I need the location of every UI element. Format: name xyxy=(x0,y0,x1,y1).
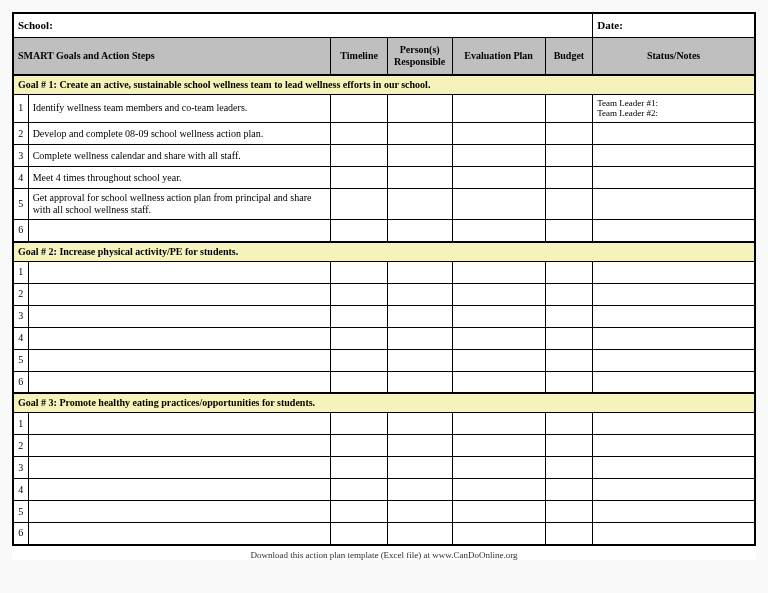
cell-budget xyxy=(545,327,593,349)
step-row: 6 xyxy=(13,523,755,545)
cell-notes xyxy=(593,501,755,523)
cell-eval xyxy=(452,523,545,545)
cell-notes xyxy=(593,145,755,167)
step-text xyxy=(28,435,331,457)
goal-row: Goal # 3: Promote healthy eating practic… xyxy=(13,393,755,413)
step-row: 3 xyxy=(13,457,755,479)
cell-budget xyxy=(545,220,593,242)
cell-persons xyxy=(387,435,452,457)
step-text xyxy=(28,501,331,523)
cell-eval xyxy=(452,413,545,435)
step-number: 3 xyxy=(13,457,28,479)
step-text xyxy=(28,457,331,479)
cell-budget xyxy=(545,305,593,327)
cell-notes xyxy=(593,479,755,501)
cell-eval xyxy=(452,305,545,327)
cell-persons xyxy=(387,220,452,242)
step-number: 6 xyxy=(13,220,28,242)
cell-timeline xyxy=(331,371,387,393)
cell-timeline xyxy=(331,94,387,123)
cell-timeline xyxy=(331,413,387,435)
step-row: 5 xyxy=(13,349,755,371)
cell-eval xyxy=(452,123,545,145)
step-text: Complete wellness calendar and share wit… xyxy=(28,145,331,167)
cell-persons xyxy=(387,457,452,479)
step-number: 3 xyxy=(13,145,28,167)
step-text: Meet 4 times throughout school year. xyxy=(28,167,331,189)
step-text xyxy=(28,327,331,349)
cell-eval xyxy=(452,349,545,371)
step-number: 1 xyxy=(13,94,28,123)
step-text: Develop and complete 08-09 school wellne… xyxy=(28,123,331,145)
cell-notes xyxy=(593,123,755,145)
step-row: 4 xyxy=(13,327,755,349)
cell-timeline xyxy=(331,501,387,523)
cell-budget xyxy=(545,283,593,305)
step-text xyxy=(28,220,331,242)
cell-budget xyxy=(545,435,593,457)
step-number: 4 xyxy=(13,327,28,349)
cell-persons xyxy=(387,189,452,220)
step-row: 2 xyxy=(13,283,755,305)
cell-persons xyxy=(387,523,452,545)
step-text xyxy=(28,523,331,545)
cell-notes xyxy=(593,189,755,220)
header-row: SMART Goals and Action Steps Timeline Pe… xyxy=(13,37,755,75)
cell-persons xyxy=(387,327,452,349)
step-text xyxy=(28,371,331,393)
step-text xyxy=(28,349,331,371)
step-text xyxy=(28,261,331,283)
top-row: School: Date: xyxy=(13,13,755,37)
cell-notes xyxy=(593,435,755,457)
cell-budget xyxy=(545,413,593,435)
cell-budget xyxy=(545,501,593,523)
cell-eval xyxy=(452,479,545,501)
step-number: 4 xyxy=(13,167,28,189)
step-text: Get approval for school wellness action … xyxy=(28,189,331,220)
step-number: 5 xyxy=(13,349,28,371)
goals-body: Goal # 1: Create an active, sustainable … xyxy=(13,75,755,545)
cell-notes xyxy=(593,327,755,349)
goal-row: Goal # 1: Create an active, sustainable … xyxy=(13,75,755,95)
step-row: 4Meet 4 times throughout school year. xyxy=(13,167,755,189)
cell-budget xyxy=(545,145,593,167)
cell-timeline xyxy=(331,305,387,327)
step-row: 6 xyxy=(13,371,755,393)
step-row: 4 xyxy=(13,479,755,501)
cell-eval xyxy=(452,261,545,283)
cell-persons xyxy=(387,123,452,145)
step-number: 2 xyxy=(13,123,28,145)
step-text xyxy=(28,305,331,327)
cell-budget xyxy=(545,479,593,501)
step-number: 6 xyxy=(13,371,28,393)
hdr-budget: Budget xyxy=(545,37,593,75)
date-label: Date: xyxy=(593,13,755,37)
cell-persons xyxy=(387,413,452,435)
cell-notes xyxy=(593,371,755,393)
step-row: 2Develop and complete 08-09 school welln… xyxy=(13,123,755,145)
step-row: 5Get approval for school wellness action… xyxy=(13,189,755,220)
step-text: Identify wellness team members and co-te… xyxy=(28,94,331,123)
school-label: School: xyxy=(13,13,593,37)
step-row: 5 xyxy=(13,501,755,523)
step-row: 3Complete wellness calendar and share wi… xyxy=(13,145,755,167)
action-plan-sheet: School: Date: SMART Goals and Action Ste… xyxy=(12,12,756,560)
hdr-notes: Status/Notes xyxy=(593,37,755,75)
cell-persons xyxy=(387,479,452,501)
cell-persons xyxy=(387,145,452,167)
cell-timeline xyxy=(331,145,387,167)
cell-persons xyxy=(387,261,452,283)
hdr-eval: Evaluation Plan xyxy=(452,37,545,75)
goal-title: Goal # 1: Create an active, sustainable … xyxy=(13,75,755,95)
cell-eval xyxy=(452,94,545,123)
step-number: 5 xyxy=(13,501,28,523)
step-row: 3 xyxy=(13,305,755,327)
cell-budget xyxy=(545,349,593,371)
cell-timeline xyxy=(331,349,387,371)
step-number: 3 xyxy=(13,305,28,327)
step-text xyxy=(28,283,331,305)
cell-timeline xyxy=(331,167,387,189)
cell-eval xyxy=(452,167,545,189)
cell-timeline xyxy=(331,283,387,305)
cell-notes xyxy=(593,305,755,327)
